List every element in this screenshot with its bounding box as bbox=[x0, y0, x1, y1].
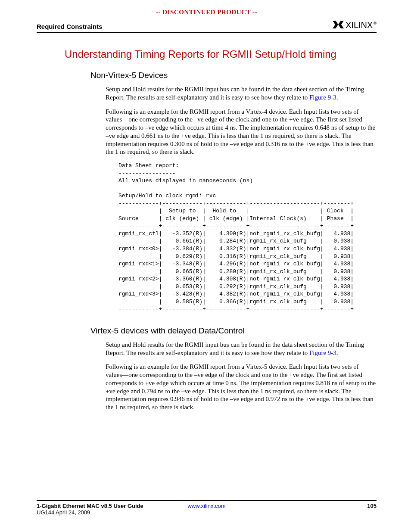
figure-link[interactable]: Figure 9-3 bbox=[309, 349, 336, 356]
xilinx-logo: XILINX® bbox=[333, 20, 377, 30]
paragraph: Following is an example for the RGMII re… bbox=[106, 363, 377, 411]
page-footer: 1-Gigabit Ethernet MAC v8.5 User Guide U… bbox=[37, 500, 377, 516]
figure-link[interactable]: Figure 9-3 bbox=[309, 94, 336, 101]
section-label: Required Constraints bbox=[37, 23, 103, 30]
timing-report-code: Data Sheet report: ----------------- All… bbox=[118, 162, 377, 313]
page-title: Understanding Timing Reports for RGMII S… bbox=[65, 48, 377, 60]
subsection-heading-virtex5: Virtex-5 devices with delayed Data/Contr… bbox=[90, 326, 377, 336]
paragraph: Setup and Hold results for the RGMII inp… bbox=[106, 341, 377, 357]
page-header: Required Constraints XILINX® bbox=[37, 20, 377, 33]
xilinx-logo-text: XILINX® bbox=[346, 20, 377, 30]
subsection-heading-nonvirtex5: Non-Virtex-5 Devices bbox=[90, 71, 377, 80]
footer-url[interactable]: www.xilinx.com bbox=[187, 503, 225, 509]
paragraph: Setup and Hold results for the RGMII inp… bbox=[106, 85, 377, 102]
xilinx-logo-icon bbox=[333, 21, 344, 30]
discontinued-banner: -- DISCONTINUED PRODUCT -- bbox=[37, 9, 377, 16]
footer-doc-info: 1-Gigabit Ethernet MAC v8.5 User Guide U… bbox=[37, 503, 143, 516]
paragraph: Following is an example for the RGMII re… bbox=[106, 108, 377, 156]
footer-page-number: 105 bbox=[367, 503, 377, 516]
